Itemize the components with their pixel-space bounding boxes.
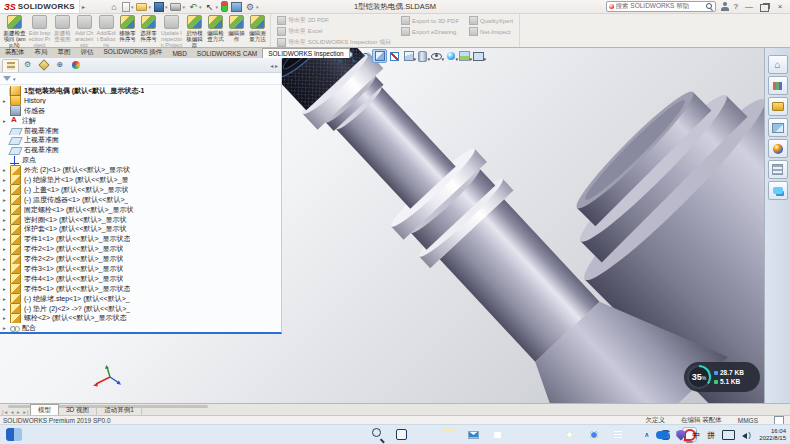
tree-item[interactable]: ▸ 保护套<1> (默认<<默认>_显示状 (0, 224, 281, 234)
ribbon-button[interactable]: Add Characteristic (73, 14, 95, 46)
ribbon-button[interactable]: 移除零件序号 (117, 14, 138, 46)
start-button[interactable] (346, 427, 361, 442)
tree-item[interactable]: ▸ 零件5<1> (默认<<默认>_显示状态 (0, 284, 281, 294)
task-pane-button[interactable] (768, 55, 788, 74)
tree-item[interactable]: ▸ (-) 绝缘垫片<1> (默认<<默认>_显 (0, 175, 281, 185)
file-explorer-icon[interactable] (442, 427, 457, 442)
shaft-assembly-model[interactable] (281, 47, 764, 403)
tree-item[interactable]: ▸ 零件2<2> (默认<<默认>_显示状 (0, 254, 281, 264)
language-indicator[interactable]: 拼 (707, 430, 715, 441)
expand-arrow-icon[interactable]: ▸ (3, 276, 10, 282)
annotation-views-icon[interactable] (388, 50, 401, 62)
expand-arrow-icon[interactable]: ▸ (3, 226, 10, 232)
browser-icon[interactable] (514, 427, 529, 442)
display-style-icon[interactable] (416, 50, 429, 62)
ribbon-button[interactable]: 编辑测量方法 (247, 14, 268, 46)
ribbon-button[interactable]: 新建检查项目 (amp;N) (2, 14, 27, 46)
restore-button[interactable] (760, 4, 769, 12)
chrome-icon[interactable] (586, 427, 601, 442)
tree-item[interactable]: ▸ 密封圈<1> (默认<<默认>_显示状 (0, 215, 281, 225)
expand-arrow-icon[interactable]: ▸ (3, 315, 10, 321)
export-menu-item[interactable]: Export to 3D PDF (401, 16, 459, 25)
export-menu-item[interactable]: 导出至 SOLIDWORKS Inspection 项目 (277, 38, 391, 47)
task-pane-button[interactable] (768, 160, 788, 179)
expand-arrow-icon[interactable]: ▸ (3, 286, 10, 292)
expand-arrow-icon[interactable]: ▸ (3, 197, 10, 203)
ribbon-button[interactable]: 编辑检查方式 (205, 14, 226, 46)
units-selector[interactable]: MMGS (738, 417, 758, 424)
tree-item[interactable]: 右视基准面 (0, 145, 281, 155)
tree-item[interactable]: ▸ 注解 (0, 116, 281, 126)
tree-item[interactable]: ▸ (-) 绝缘堵.step<1> (默认<<默认>_ (0, 294, 281, 304)
tree-item[interactable]: ▸ (-) 温度传感器<1> (默认<<默认>_ (0, 195, 281, 205)
color-wheel-app-icon[interactable] (562, 427, 577, 442)
panel-tab-scroll-arrows[interactable]: ◂ ▸ (270, 62, 281, 69)
expand-arrow-icon[interactable]: ▸ (3, 306, 10, 312)
ribbon-button[interactable]: 选择零件序号 (138, 14, 159, 46)
task-pane-button[interactable] (768, 118, 788, 137)
edit-appearance-icon[interactable] (444, 50, 457, 62)
ribbon-button[interactable]: 新建检查视图 (52, 14, 73, 46)
view-orientation-icon[interactable] (402, 50, 415, 62)
export-menu-item[interactable]: QualityXpert (469, 16, 513, 25)
expand-arrow-icon[interactable]: ▸ (3, 187, 10, 193)
task-pane-button[interactable] (768, 97, 788, 116)
tree-item[interactable]: ▸ (-) 垫片 (2)<2> ->? (默认<<默认>_ (0, 304, 281, 314)
export-menu-item[interactable]: 导出至 Excel (277, 27, 391, 36)
export-menu-item[interactable]: Net-Inspect (469, 27, 513, 36)
tree-item[interactable]: ▸ 外壳 (2)<1> (默认<<默认>_显示状 (0, 165, 281, 175)
security-shield-icon[interactable] (676, 430, 685, 441)
edge-icon[interactable] (418, 427, 433, 442)
expand-arrow-icon[interactable]: ▸ (3, 246, 10, 252)
tree-item[interactable]: ▸ 零件2<1> (默认<<默认>_显示状 (0, 244, 281, 254)
expand-arrow-icon[interactable]: ▸ (3, 118, 10, 124)
tree-item[interactable]: 前视基准面 (0, 126, 281, 136)
tree-item[interactable]: 传感器 (0, 106, 281, 116)
widgets-button[interactable] (6, 428, 22, 441)
command-tab[interactable]: SOLIDWORKS 插件 (99, 47, 168, 58)
command-tab[interactable]: 草图 (53, 47, 76, 58)
task-pane-button[interactable] (768, 139, 788, 158)
ribbon-button[interactable]: 编辑操作 (226, 14, 247, 46)
command-tab[interactable]: MBD (167, 49, 191, 58)
ime-indicator[interactable]: 中 (692, 430, 700, 441)
tree-root-item[interactable]: 1型铠装热电偶 (默认<默认_显示状态-1 (0, 86, 281, 96)
tree-item[interactable]: 上视基准面 (0, 135, 281, 145)
section-view-icon[interactable] (372, 49, 387, 63)
search-icon[interactable] (706, 3, 713, 10)
command-tab[interactable]: 布局 (30, 47, 53, 58)
ribbon-button[interactable]: Edit Inspection Project (27, 14, 52, 46)
tree-item[interactable]: ▸ History (0, 96, 281, 106)
cast-icon[interactable] (722, 430, 735, 440)
hidden-icons-chevron[interactable]: ∧ (644, 431, 649, 439)
tree-item[interactable]: ▸ 零件1<1> (默认<<默认>_显示状态 (0, 234, 281, 244)
tree-item[interactable]: 原点 (0, 155, 281, 165)
ribbon-button[interactable]: 启动模板编辑器 (184, 14, 205, 46)
apply-scene-icon[interactable] (458, 50, 471, 62)
tree-item[interactable]: ▸ 零件3<1> (默认<<默认>_显示状 (0, 264, 281, 274)
expand-arrow-icon[interactable]: ▸ (3, 98, 10, 104)
task-pane-button[interactable] (768, 181, 788, 200)
tree-filter[interactable]: ▾ (0, 73, 281, 85)
mail-icon[interactable] (466, 427, 481, 442)
task-view-icon[interactable] (394, 427, 409, 442)
previous-view-icon[interactable] (358, 50, 371, 62)
expand-arrow-icon[interactable]: ▸ (3, 207, 10, 213)
tree-item[interactable]: ▸ 固定螺栓<1> (默认<<默认>_显示状 (0, 205, 281, 215)
tree-item[interactable]: ▸ (-) 上盖<1> (默认<<默认>_显示状 (0, 185, 281, 195)
expand-arrow-icon[interactable]: ▸ (3, 296, 10, 302)
reader-app-icon[interactable] (610, 427, 625, 442)
minimize-button[interactable]: — (743, 2, 755, 11)
expand-arrow-icon[interactable]: ▸ (3, 236, 10, 242)
expand-arrow-icon[interactable]: ▸ (3, 217, 10, 223)
command-tab[interactable]: 评估 (76, 47, 99, 58)
clock[interactable]: 16:04 2022/8/15 (759, 428, 786, 442)
help-button[interactable]: ? (734, 2, 738, 11)
expand-arrow-icon[interactable]: ▸ (3, 177, 10, 183)
sign-in-icon[interactable] (721, 2, 729, 11)
quick-access-toolbar[interactable] (109, 1, 259, 12)
solidworks-logo[interactable]: ЗS SOLIDWORKS (0, 0, 80, 13)
expand-arrow-icon[interactable]: ▸ (3, 325, 10, 331)
volume-icon[interactable] (742, 431, 752, 440)
export-menu-item[interactable]: 导出至 2D PDF (277, 16, 391, 25)
